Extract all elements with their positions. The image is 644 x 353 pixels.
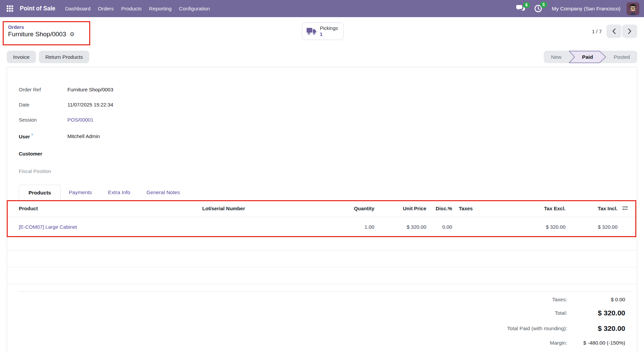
total-label: Total:	[7, 305, 567, 321]
main-menu: Dashboard Orders Products Reporting Conf…	[61, 4, 214, 14]
activities-button[interactable]: 5	[533, 2, 546, 15]
pickings-text: Pickings 1	[320, 25, 338, 37]
breadcrumb-parent-link[interactable]: Orders	[8, 25, 302, 30]
customer-label: Customer	[19, 151, 67, 157]
user-value[interactable]: Mitchell Admin	[67, 133, 100, 139]
total-paid-label: Total Paid (with rounding):	[7, 321, 567, 336]
cell-options	[621, 217, 637, 237]
return-products-button[interactable]: Return Products	[39, 51, 89, 63]
user-avatar[interactable]	[627, 2, 639, 15]
menu-configuration[interactable]: Configuration	[175, 4, 214, 14]
order-lines-table: Product Lot/serial Number Quantity Unit …	[7, 201, 637, 237]
total-paid-value: $ 320.00	[567, 321, 637, 336]
status-step-paid[interactable]: Paid	[569, 51, 606, 63]
tab-extra-info[interactable]: Extra Info	[100, 185, 138, 200]
pager-buttons	[606, 25, 637, 38]
cell-tax-excl[interactable]: $ 320.00	[510, 217, 569, 237]
actions-row: Invoice Return Products New Paid Posted	[0, 45, 644, 67]
app-name[interactable]: Point of Sale	[20, 5, 55, 12]
status-step-new[interactable]: New	[544, 51, 569, 63]
cell-unit-price[interactable]: $ 320.00	[378, 217, 430, 237]
menu-orders[interactable]: Orders	[94, 4, 117, 14]
pager-previous-button[interactable]	[606, 25, 622, 38]
col-tax-incl[interactable]: Tax Incl.	[569, 201, 621, 217]
pickings-count: 1	[320, 31, 323, 37]
cell-quantity[interactable]: 1.00	[316, 217, 378, 237]
pager-value: 1 / 7	[592, 29, 602, 34]
cell-tax-incl[interactable]: $ 320.00	[569, 217, 621, 237]
pager: 1 / 7	[344, 25, 638, 38]
col-product[interactable]: Product	[7, 201, 198, 217]
order-ref-value[interactable]: Furniture Shop/0003	[67, 87, 113, 92]
date-value[interactable]: 11/07/2025 15:22:34	[67, 102, 113, 107]
col-options	[621, 201, 637, 217]
menu-dashboard[interactable]: Dashboard	[61, 4, 94, 14]
totals-total-row: Total: $ 320.00	[7, 305, 637, 321]
stat-buttons-area: Pickings 1	[302, 23, 344, 40]
apps-menu-button[interactable]	[4, 3, 16, 14]
navbar-right: 6 5 My Company (San Francisco)	[516, 2, 639, 15]
col-lot-serial[interactable]: Lot/serial Number	[198, 201, 316, 217]
totals-margin-row: Margin: $ -480.00 (-150%)	[7, 336, 637, 350]
cell-lot-serial[interactable]	[198, 217, 316, 237]
session-value-link[interactable]: POS/00001	[67, 117, 94, 123]
product-link[interactable]: [E-COM07] Large Cabinet	[19, 224, 77, 230]
company-switcher[interactable]: My Company (San Francisco)	[552, 6, 621, 12]
order-ref-label: Order Ref	[19, 87, 67, 92]
taxes-total-label: Taxes:	[7, 294, 567, 305]
margin-value: $ -480.00 (-150%)	[567, 336, 637, 350]
activities-badge: 5	[540, 2, 547, 8]
margin-label: Margin:	[7, 336, 567, 350]
pickings-button[interactable]: Pickings 1	[302, 23, 344, 40]
navbar-left: Point of Sale Dashboard Orders Products …	[4, 3, 214, 14]
cell-product[interactable]: [E-COM07] Large Cabinet	[7, 217, 198, 237]
statusbar: New Paid Posted	[544, 51, 637, 63]
chevron-right-icon	[628, 28, 632, 34]
total-value: $ 320.00	[567, 305, 637, 321]
col-quantity[interactable]: Quantity	[316, 201, 378, 217]
tab-payments[interactable]: Payments	[61, 185, 100, 200]
chevron-left-icon	[612, 28, 616, 34]
totals-paid-row: Total Paid (with rounding): $ 320.00	[7, 321, 637, 336]
gear-icon[interactable]: ⚙	[69, 32, 74, 37]
breadcrumb-current: Furniture Shop/0003 ⚙	[8, 31, 302, 38]
empty-line-row	[7, 267, 637, 284]
totals-taxes-row: Taxes: $ 0.00	[7, 294, 637, 305]
order-line-row[interactable]: [E-COM07] Large Cabinet 1.00 $ 320.00 0.…	[7, 217, 637, 237]
tab-general-notes[interactable]: General Notes	[138, 185, 188, 200]
col-discount[interactable]: Disc.%	[430, 201, 455, 217]
table-header-row: Product Lot/serial Number Quantity Unit …	[7, 201, 637, 217]
messages-button[interactable]: 6	[516, 3, 529, 14]
form-fields: Order Ref Furniture Shop/0003 Date 11/07…	[7, 67, 637, 180]
col-unit-price[interactable]: Unit Price	[378, 201, 430, 217]
field-session: Session POS/00001	[7, 112, 637, 127]
pickings-label: Pickings	[320, 25, 338, 31]
cell-discount[interactable]: 0.00	[430, 217, 455, 237]
help-icon[interactable]: ?	[31, 133, 33, 137]
status-step-posted[interactable]: Posted	[606, 51, 637, 63]
record-title: Furniture Shop/0003	[8, 31, 66, 38]
totals-divider	[19, 292, 631, 292]
date-label: Date	[19, 102, 67, 107]
field-order-ref: Order Ref Furniture Shop/0003	[7, 82, 637, 97]
col-taxes[interactable]: Taxes	[455, 201, 510, 217]
tab-products[interactable]: Products	[19, 185, 61, 201]
field-date: Date 11/07/2025 15:22:34	[7, 97, 637, 112]
user-label: User?	[19, 133, 67, 139]
status-paid-label: Paid	[582, 54, 593, 60]
cell-taxes[interactable]	[455, 217, 510, 237]
invoice-button[interactable]: Invoice	[7, 51, 36, 63]
avatar-image	[627, 2, 639, 15]
empty-line-row	[7, 237, 637, 251]
optional-columns-button[interactable]	[621, 205, 629, 213]
menu-products[interactable]: Products	[117, 4, 145, 14]
pager-next-button[interactable]	[622, 25, 637, 38]
col-tax-excl[interactable]: Tax Excl.	[510, 201, 569, 217]
field-fiscal-position: Fiscal Position	[7, 162, 637, 180]
truck-icon	[307, 28, 317, 35]
menu-reporting[interactable]: Reporting	[145, 4, 175, 14]
user-label-text: User	[19, 134, 30, 139]
sliders-icon	[622, 205, 628, 211]
field-customer: Customer	[7, 145, 637, 162]
action-buttons: Invoice Return Products	[7, 51, 89, 63]
